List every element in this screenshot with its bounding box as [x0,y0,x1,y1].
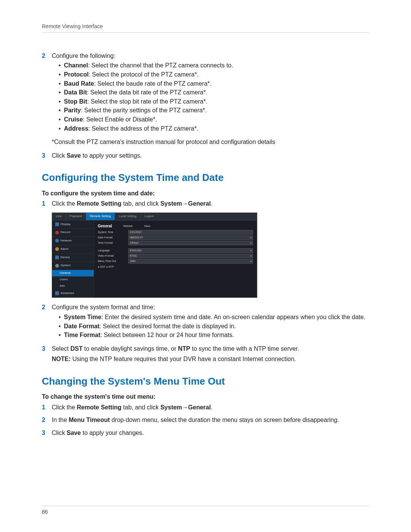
step-number: 2 [42,303,52,340]
bullet: Baud Rate: Select the baude rate of the … [59,80,369,88]
step-body: Click the Remote Setting tab, and click … [52,200,369,208]
step-number: 2 [42,416,52,424]
ptz-step-3: 3 Click Save to apply your settings. [42,152,369,160]
tab-local-setting[interactable]: Local Setting [115,213,140,220]
chevron-down-icon [250,249,252,252]
bullet: Time Format: Select between 12 hour or 2… [59,331,369,339]
step-body: Select DST to enable daylight savings ti… [52,345,369,363]
refresh-button[interactable]: Refresh [123,224,133,228]
bullet: System Time: Enter the desired system ti… [59,313,369,321]
sidebar-item-device[interactable]: Device [52,254,94,262]
subheading: To configure the system time and date: [42,189,369,198]
subheading: To change the system's time out menu: [42,393,369,401]
sidebar-item-alarm[interactable]: Alarm [52,245,94,254]
bullet: Channel: Select the channel that the PTZ… [59,61,369,70]
note-label: NOTE: [52,356,71,362]
s2-step-3: 3 Click Save to apply your changes. [42,429,369,437]
step-intro: Configure the system format and time: [52,304,155,310]
screenshot-main: General Refresh Save System Time2/21/201… [94,220,257,298]
chevron-down-icon [250,254,252,257]
sidebar-item-network[interactable]: Network [52,237,94,245]
embedded-screenshot: Live Playback Remote Setting Local Setti… [52,212,257,298]
sidebar-item-advanced[interactable]: Advanced [52,289,94,298]
step-intro: Configure the following: [52,53,115,59]
record-icon [55,231,59,235]
bullet: Protocol: Select the protocol of the PTZ… [59,70,369,79]
s1-step-2: 2 Configure the system format and time: … [42,303,369,340]
save-button[interactable]: Save [144,224,150,228]
screenshot-tabs: Live Playback Remote Setting Local Setti… [52,213,257,220]
step-number: 1 [42,200,52,208]
step-body: In the Menu Timeout drop-down menu, sele… [52,416,369,424]
time-bullets: System Time: Enter the desired system ti… [52,313,369,339]
step-number: 2 [42,52,52,146]
ptz-footnote: *Consult the PTZ camera's instruction ma… [52,138,369,146]
step-number: 3 [42,429,52,437]
step-body: Configure the system format and time: Sy… [52,303,369,340]
network-icon [55,239,59,243]
sidebar-sub-general[interactable]: General [52,270,94,276]
time-format-select[interactable]: 12Hour [128,241,253,245]
step-number: 3 [42,152,52,160]
wrench-icon [55,291,59,295]
row-label: Video Format [98,254,128,257]
s1-step-1: 1 Click the Remote Setting tab, and clic… [42,200,369,208]
tab-remote-setting[interactable]: Remote Setting [86,213,115,220]
header-title: Remote Viewing Interface [42,23,103,29]
sidebar-item-system[interactable]: System [52,262,94,270]
monitor-icon [55,222,59,226]
page-header: Remote Viewing Interface [42,23,369,33]
gear-icon [55,264,59,268]
step-body: Click Save to apply your changes. [52,429,369,437]
device-icon [55,256,59,259]
screenshot-sidebar: Display Record Network Alarm Device Syst… [52,220,94,298]
bullet: Parity: Select the parity settings of th… [59,106,369,115]
system-time-field[interactable]: 2/21/2012 [128,230,253,235]
chevron-down-icon [250,259,252,263]
dst-ntp-radios[interactable]: ● DST ● NTP [98,265,253,268]
page-footer: 86 [42,506,369,516]
bullet: Stop Bit: Select the stop bit rate of th… [59,97,369,106]
heading-menu-timeout: Changing the System's Menu Time Out [42,375,369,388]
row-label: Menu Time Out [98,259,128,263]
heading-configuring-time: Configuring the System Time and Date [42,171,369,184]
s2-step-1: 1 Click the Remote Setting tab, and clic… [42,403,369,412]
bullet: Data Bit: Select the data bit rate of th… [59,88,369,97]
step-number: 3 [42,345,52,363]
menu-timeout-select[interactable]: 1Min [128,259,253,264]
video-format-select[interactable]: NTSC [128,254,253,258]
sidebar-sub-users[interactable]: Users [52,276,94,283]
row-label: Time Format [98,241,128,244]
step-number: 1 [42,403,52,412]
s1-step-3: 3 Select DST to enable daylight savings … [42,345,369,363]
step-body: Click Save to apply your settings. [52,152,369,160]
ptz-bullets: Channel: Select the channel that the PTZ… [52,61,369,133]
sidebar-item-display[interactable]: Display [52,220,94,229]
step-body: Click the Remote Setting tab, and click … [52,403,369,412]
bullet: Address: Select the address of the PTZ c… [59,125,369,133]
alarm-icon [55,247,59,251]
sidebar-item-record[interactable]: Record [52,228,94,237]
tab-playback[interactable]: Playback [66,213,86,220]
language-select[interactable]: ENGLISH [128,248,253,253]
row-label: Date Format [98,236,128,239]
sidebar-sub-info[interactable]: Info [52,283,94,289]
chevron-down-icon [250,241,252,244]
date-format-select[interactable]: MM/DD/YY [128,235,253,240]
bullet: Cruise: Select Enable or Disable*. [59,115,369,124]
row-label: System Time [98,230,128,234]
ptz-step-2: 2 Configure the following: Channel: Sele… [42,52,369,146]
panel-title: General [98,224,112,229]
s2-step-2: 2 In the Menu Timeout drop-down menu, se… [42,416,369,424]
row-label: Language [98,249,128,252]
chevron-down-icon [250,236,252,239]
bullet: Date Format: Select the desired format t… [59,322,369,331]
page-number: 86 [42,509,48,515]
note-text: Using the NTP feature requires that your… [71,356,296,362]
tab-logout[interactable]: Logout [141,213,158,220]
tab-live[interactable]: Live [52,213,66,220]
step-body: Configure the following: Channel: Select… [52,52,369,146]
